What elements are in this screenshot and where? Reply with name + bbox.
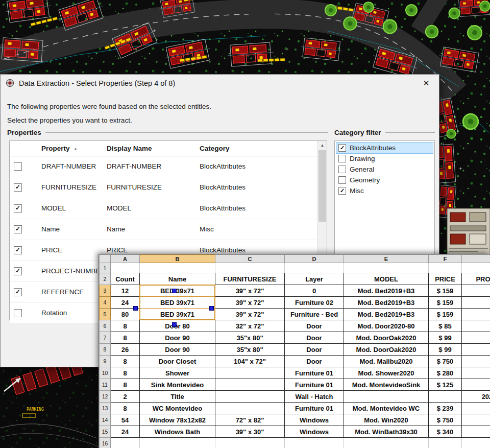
sheet-cell[interactable]: PRICE <box>429 273 462 285</box>
sheet-cell[interactable] <box>215 391 285 403</box>
sheet-cell[interactable]: FURNITURESIZE <box>215 273 285 285</box>
sheet-cell[interactable]: 104" x 72" <box>215 356 285 367</box>
sheet-cell[interactable] <box>462 263 490 273</box>
row-header[interactable]: 6 <box>100 320 111 332</box>
sheet-cell[interactable]: Windows <box>285 426 344 438</box>
sheet-cell[interactable]: $ 750 <box>429 414 462 426</box>
sheet-cell[interactable]: Mod. Win2020 <box>344 414 429 426</box>
sheet-cell[interactable]: Windows Bath <box>140 426 215 438</box>
property-checkbox[interactable]: ✓ <box>14 246 22 254</box>
sheet-cell[interactable]: $ 280 <box>429 367 462 379</box>
sheet-cell[interactable]: BED 39x71 <box>140 297 215 309</box>
sheet-cell[interactable] <box>344 263 429 273</box>
sheet-cell[interactable] <box>462 414 490 426</box>
category-filter-item[interactable]: General <box>336 164 433 175</box>
row-header[interactable]: 7 <box>100 332 111 344</box>
column-header[interactable] <box>462 255 490 263</box>
row-header[interactable]: 13 <box>100 403 111 414</box>
sheet-cell[interactable]: 8 <box>111 403 140 414</box>
sheet-cell[interactable]: Name <box>140 273 215 285</box>
sheet-cell[interactable] <box>111 438 140 448</box>
sheet-cell[interactable]: $ 239 <box>429 403 462 414</box>
sheet-cell[interactable]: 24 <box>111 426 140 438</box>
sheet-cell[interactable] <box>462 367 490 379</box>
sheet-cell[interactable] <box>462 356 490 367</box>
sheet-cell[interactable]: MODEL <box>344 273 429 285</box>
property-checkbox[interactable]: ✓ <box>14 267 22 275</box>
sheet-cell[interactable]: Mod. WinBath39x30 <box>344 426 429 438</box>
sheet-cell[interactable]: 26 <box>111 344 140 356</box>
sheet-cell[interactable] <box>344 438 429 448</box>
sheet-cell[interactable]: Door <box>285 344 344 356</box>
column-header-category[interactable]: Category <box>200 141 230 156</box>
grip-handle[interactable] <box>172 289 177 293</box>
sheet-cell[interactable]: Mod. Bed2019+B3 <box>344 297 429 309</box>
column-header[interactable]: E <box>344 255 429 263</box>
row-header[interactable]: 9 <box>100 356 111 367</box>
sheet-cell[interactable]: Mod. Shower2020 <box>344 367 429 379</box>
sheet-cell[interactable]: Door <box>285 332 344 344</box>
sheet-cell[interactable]: Mod. Door2020-80 <box>344 320 429 332</box>
sheet-cell[interactable] <box>215 367 285 379</box>
sheet-cell[interactable] <box>111 263 140 273</box>
sheet-cell[interactable]: PROJE <box>462 273 490 285</box>
sheet-cell[interactable]: $ 340 <box>429 426 462 438</box>
sheet-cell[interactable] <box>462 379 490 391</box>
row-header[interactable]: 1 <box>100 263 111 273</box>
sheet-cell[interactable]: BED 39x71 <box>140 285 215 297</box>
sheet-cell[interactable] <box>429 391 462 403</box>
sheet-cell[interactable]: Title <box>140 391 215 403</box>
column-header[interactable]: F <box>429 255 462 263</box>
column-header[interactable]: D <box>285 255 344 263</box>
sheet-select-all[interactable] <box>100 255 111 263</box>
dialog-titlebar[interactable]: Data Extraction - Select Properties (Ste… <box>1 75 439 91</box>
sheet-cell[interactable]: Mod. Malibu2020 <box>344 356 429 367</box>
property-checkbox[interactable]: ✓ <box>14 288 22 296</box>
column-header[interactable]: A <box>111 255 140 263</box>
sheet-cell[interactable] <box>215 403 285 414</box>
row-header[interactable]: 12 <box>100 391 111 403</box>
sheet-cell[interactable]: Furniture 02 <box>285 297 344 309</box>
sheet-cell[interactable] <box>140 438 215 448</box>
scrollbar-thumb[interactable] <box>318 150 326 222</box>
sheet-cell[interactable]: 72" x 82" <box>215 414 285 426</box>
grip-handle[interactable] <box>209 306 214 311</box>
sheet-cell[interactable]: Door 90 <box>140 332 215 344</box>
category-filter-item[interactable]: Drawing <box>336 153 433 164</box>
column-header[interactable]: C <box>215 255 285 263</box>
sheet-cell[interactable] <box>462 332 490 344</box>
sheet-cell[interactable]: Furniture 01 <box>285 379 344 391</box>
property-checkbox[interactable]: ✓ <box>14 204 22 213</box>
sheet-cell[interactable]: 39" x 72" <box>215 297 285 309</box>
sheet-cell[interactable]: Furniture 01 <box>285 403 344 414</box>
sheet-cell[interactable]: Window 78x12x82 <box>140 414 215 426</box>
sheet-cell[interactable]: Mod. DoorOak2020 <box>344 332 429 344</box>
sheet-cell[interactable] <box>215 263 285 273</box>
sheet-cell[interactable]: $ 99 <box>429 332 462 344</box>
property-row[interactable]: DRAFT-NUMBERDRAFT-NUMBERBlockAttributes <box>10 156 327 177</box>
category-checkbox[interactable]: ✓ <box>338 144 346 152</box>
sheet-cell[interactable]: $ 99 <box>429 344 462 356</box>
row-header[interactable]: 16 <box>100 438 111 448</box>
column-header-display-name[interactable]: Display Name <box>107 141 152 156</box>
sheet-cell[interactable]: Mod. Montevideo WC <box>344 403 429 414</box>
sheet-cell[interactable]: $ 85 <box>429 320 462 332</box>
sheet-cell[interactable]: Wall - Hatch <box>285 391 344 403</box>
sheet-cell[interactable]: Mod. Bed2019+B3 <box>344 285 429 297</box>
sheet-cell[interactable]: 2 <box>111 391 140 403</box>
grip-handle[interactable] <box>133 306 138 311</box>
sheet-cell[interactable]: 0 <box>285 285 344 297</box>
category-filter-item[interactable]: Geometry <box>336 175 433 185</box>
category-checkbox[interactable] <box>338 155 346 162</box>
row-header[interactable]: 2 <box>100 273 111 285</box>
category-checkbox[interactable]: ✓ <box>338 187 346 195</box>
sheet-cell[interactable]: Mod. Bed2019+B3 <box>344 309 429 320</box>
property-row[interactable]: ✓FURNITURESIZEFURNITURESIZEBlockAttribut… <box>10 177 327 198</box>
row-header[interactable]: 14 <box>100 414 111 426</box>
sheet-cell[interactable]: 39" x 72" <box>215 309 285 320</box>
sheet-cell[interactable] <box>462 297 490 309</box>
sheet-cell[interactable]: $ 159 <box>429 297 462 309</box>
sheet-cell[interactable] <box>285 438 344 448</box>
sheet-cell[interactable]: 8 <box>111 379 140 391</box>
sheet-cell[interactable]: Windows <box>285 414 344 426</box>
